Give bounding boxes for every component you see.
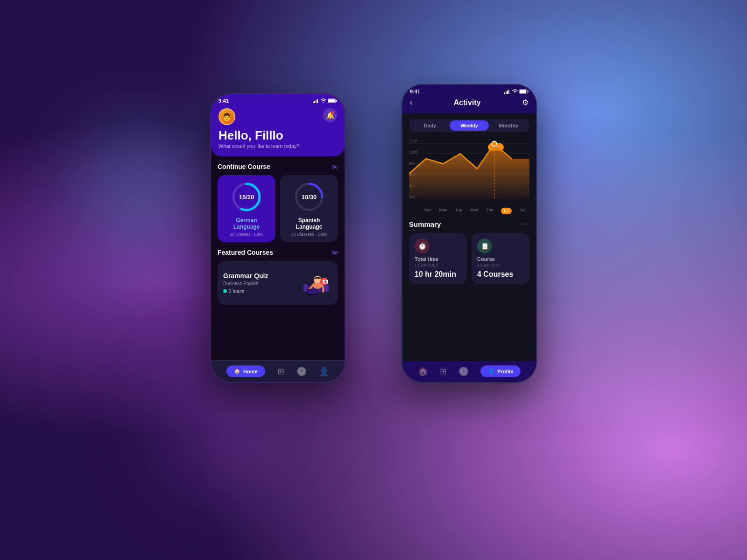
right-wifi-icon [512,89,518,94]
tab-daily[interactable]: Daily [410,120,450,131]
featured-courses-header: Featured Courses Se [218,249,338,256]
summary-title: Summary [409,220,441,228]
svg-rect-26 [528,91,529,92]
clock-icon: 🕐 [296,366,307,377]
right-signal-icon [504,89,511,94]
profile-label: Profile [497,369,513,374]
home-icon: 🏠 [234,368,240,374]
summary-card-course[interactable]: 📋 Course 13 Jan 2023 4 Courses [472,233,529,284]
right-nav-grid[interactable]: ⊞ [440,366,447,377]
activity-title: Activity [454,98,481,107]
wifi-icon [321,98,326,103]
featured-course-title: Grammar Quiz [223,272,295,280]
svg-rect-5 [328,99,335,102]
svg-text:🇯🇵: 🇯🇵 [323,279,329,285]
nav-clock[interactable]: 🕐 [296,366,307,377]
grid-icon: ⊞ [277,366,284,377]
chart-svg [409,139,529,204]
settings-button[interactable]: ⚙ [522,98,529,107]
day-thu: Thu [486,208,493,214]
summary-card-time[interactable]: ⏱️ Total time 13 Jan 2023 10 hr 20min [409,233,467,284]
tab-monthly[interactable]: Monthly [489,120,528,131]
timer-icon: ⏱️ [415,238,430,253]
spanish-progress: 10/30 [293,181,325,213]
german-progress-text: 15/20 [239,193,254,200]
summary-header: Summary ··· [409,220,529,228]
right-body: Daily Weekly Monthly 9 hr 12hr 10hr 8hr [402,113,536,361]
summary-cards: ⏱️ Total time 13 Jan 2023 10 hr 20min 📋 … [409,233,529,284]
total-time-date: 13 Jan 2023 [415,263,461,267]
course-label: Course [477,256,524,262]
right-header: 9:41 [402,85,536,113]
svg-rect-3 [317,99,318,103]
activity-chart: 9 hr 12hr 10hr 8hr 6hr 4hr 2hr [409,139,529,213]
day-tue: Tue [455,208,462,214]
svg-rect-1 [314,101,315,103]
day-sat: Sat [519,208,526,214]
phone-right: 9:41 [402,84,537,383]
greeting-subtext: What would you like to learn today? [218,143,337,149]
left-time: 9:41 [218,98,229,104]
profile-icon: 👤 [488,368,494,374]
phone-left: 9:41 [210,93,345,383]
featured-title: Featured Courses [218,249,273,256]
right-battery-icon [519,89,529,94]
svg-rect-20 [504,92,505,94]
avatar[interactable]: 👨 [218,108,235,125]
featured-see-all[interactable]: Se [332,250,338,255]
courses-row: 15/20 German Language 20 Classes · Easy [218,175,338,243]
featured-illustration: 🇯🇵 [300,266,332,299]
svg-rect-22 [507,91,508,94]
period-tabs: Daily Weekly Monthly [409,119,529,132]
day-wed: Wed [470,208,478,214]
profile-button[interactable]: 👤 Profile [480,365,521,377]
tab-weekly[interactable]: Weekly [450,120,489,131]
notification-bell[interactable]: 🔔 [323,108,337,122]
svg-rect-23 [508,90,509,94]
nav-grid[interactable]: ⊞ [277,366,284,377]
right-nav-clock[interactable]: 🕐 [458,366,469,377]
back-button[interactable]: ‹ [410,98,412,107]
continue-course-header: Continue Course Se [218,163,338,170]
right-nav-home[interactable]: 🏠 [418,366,428,377]
svg-rect-6 [336,100,337,102]
course-card-german[interactable]: 15/20 German Language 20 Classes · Easy [218,175,275,243]
day-sun: Sun [424,208,431,214]
notification-dot [331,111,335,114]
chart-x-labels: Sun Mon Tue Wed Thu Fri Sat [409,208,529,214]
featured-course-sub: Business English [223,281,295,286]
day-mon: Mon [439,208,448,214]
svg-rect-17 [308,289,317,294]
spanish-course-name: Spanish Language [285,217,333,231]
phones-container: 9:41 [210,70,537,490]
bottom-nav-left: 🏠 Home ⊞ 🕐 👤 [211,360,345,382]
continue-see-all[interactable]: Se [332,164,338,169]
right-time: 9:41 [410,89,420,94]
german-progress: 15/20 [230,181,263,213]
total-time-label: Total time [415,256,461,262]
featured-course-time: 2 hours [223,289,295,294]
svg-rect-25 [520,90,526,93]
day-fri[interactable]: Fri [501,208,512,214]
nav-profile[interactable]: 👤 [319,366,329,377]
svg-rect-13 [324,284,329,292]
course-icon: 📋 [477,238,492,253]
time-dot [223,289,227,293]
german-course-name: German Language [222,217,271,231]
activity-nav: ‹ Activity ⚙ [410,98,529,107]
left-header: 9:41 [211,94,345,156]
svg-rect-21 [506,91,507,94]
course-card-spanish[interactable]: 10/30 Spanish Language 30 Classess · Eas… [280,175,338,243]
continue-course-title: Continue Course [218,163,270,170]
user-icon: 👤 [319,366,329,377]
featured-card-grammar[interactable]: Grammar Quiz Business English 2 hours [218,261,338,305]
german-course-meta: 20 Classes · Easy [230,232,263,237]
featured-info: Grammar Quiz Business English 2 hours [223,272,295,294]
right-bottom-nav: 🏠 ⊞ 🕐 👤 Profile [402,361,536,382]
signal-icon [313,98,319,103]
total-time-value: 10 hr 20min [415,270,461,279]
nav-home-btn[interactable]: 🏠 Home [226,365,265,377]
summary-more[interactable]: ··· [521,220,529,228]
svg-rect-2 [316,100,317,103]
battery-icon [328,98,337,103]
